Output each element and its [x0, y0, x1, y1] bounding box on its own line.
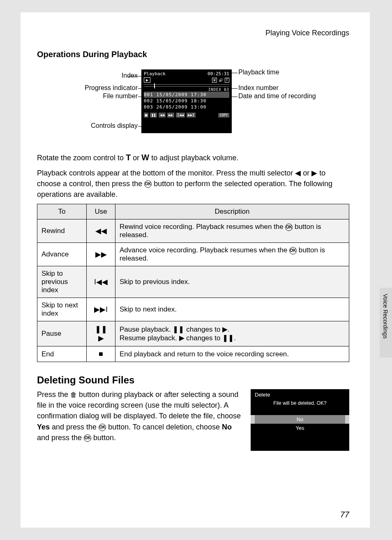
- callout-playback-time: Playback time: [238, 69, 279, 76]
- page-number: 77: [340, 510, 349, 519]
- ok-icon: OK: [84, 434, 91, 442]
- prev-index-icon: I◀◀: [176, 113, 185, 118]
- file-row: 001 15/05/2009 17:30: [144, 92, 229, 98]
- play-icon: ▶: [144, 77, 150, 83]
- file-list: 001 15/05/2009 17:30 002 15/05/2009 18:3…: [144, 92, 229, 110]
- ok-icon: OK: [289, 247, 297, 254]
- callout-controls: Controls display: [37, 122, 138, 129]
- rewind-icon: ◀◀: [159, 113, 166, 118]
- lcd-mode: Playback: [144, 71, 166, 76]
- operations-table: To Use Description Rewind ◀◀ Rewind voic…: [37, 204, 349, 362]
- next-index-icon: ▶▶I: [187, 113, 196, 118]
- advance-icon: ▶▶: [87, 243, 115, 266]
- controls-instruction: Playback controls appear at the bottom o…: [37, 168, 349, 200]
- ok-icon: OK: [99, 424, 106, 431]
- delete-instruction: Press the 🗑 button during playback or af…: [37, 389, 242, 451]
- stop-icon: ■: [144, 113, 148, 118]
- pause-icon: ❚❚: [150, 113, 157, 118]
- dialog-message: File will be deleted. OK?: [251, 400, 349, 406]
- copy-label: COPY: [218, 113, 229, 118]
- table-row: Pause ❚❚ ▶ Pause playback. ❚❚ changes to…: [37, 321, 349, 346]
- table-row: Skip to previous index I◀◀ Skip to previ…: [37, 266, 349, 298]
- manual-page: Playing Voice Recordings Operations Duri…: [21, 12, 370, 528]
- lcd-time: 00:25:31: [208, 71, 229, 76]
- section-title-deleting: Deleting Sound Files: [37, 374, 349, 386]
- callout-date-time: Date and time of recording: [238, 92, 316, 100]
- col-desc: Description: [115, 204, 349, 219]
- table-row: Rewind ◀◀ Rewind voice recording. Playba…: [37, 219, 349, 243]
- w-icon: W: [212, 78, 217, 83]
- dialog-title: Delete: [251, 392, 349, 398]
- callout-file-number: File number: [37, 92, 138, 100]
- ok-icon: OK: [285, 224, 293, 231]
- running-header: Playing Voice Recordings: [37, 29, 349, 37]
- dialog-option-no: No: [251, 415, 349, 424]
- rewind-icon: ◀◀: [87, 219, 115, 243]
- t-icon: T: [225, 78, 229, 83]
- section-tab: Voice Recordings: [380, 288, 392, 358]
- trash-icon: 🗑: [70, 390, 77, 399]
- section-title-playback: Operations During Playback: [37, 50, 349, 59]
- table-row: End ■ End playback and return to the voi…: [37, 346, 349, 362]
- delete-dialog: Delete File will be deleted. OK? No Yes: [251, 389, 349, 451]
- callout-progress: Progress indicator: [37, 84, 138, 92]
- advance-icon: ▶▶: [167, 113, 174, 118]
- table-row: Skip to next index ▶▶I Skip to next inde…: [37, 298, 349, 321]
- callout-index: Index: [37, 72, 138, 79]
- col-use: Use: [87, 204, 115, 219]
- ok-icon: OK: [144, 180, 152, 188]
- prev-index-icon: I◀◀: [87, 266, 115, 298]
- stop-icon: ■: [87, 346, 115, 362]
- volume-instruction: Rotate the zoom control to T or W to adj…: [37, 152, 349, 164]
- playback-diagram: Index Progress indicator File number Con…: [37, 69, 349, 143]
- lcd-screen: Playback 00:25:31 ▶ W 🔊 T INDEX 03 001 1…: [141, 69, 232, 133]
- file-row: 002 15/05/2009 18:30: [144, 98, 229, 104]
- next-index-icon: ▶▶I: [87, 298, 115, 321]
- table-row: Advance ▶▶ Advance voice recording. Play…: [37, 243, 349, 266]
- progress-bar: [144, 84, 229, 87]
- controls-bar: ■ ❚❚ ◀◀ ▶▶ I◀◀ ▶▶I COPY: [144, 113, 229, 118]
- dialog-option-yes: Yes: [251, 424, 349, 432]
- file-row: 003 26/05/2009 13:00: [144, 104, 229, 110]
- col-to: To: [37, 204, 87, 219]
- section-tab-label: Voice Recordings: [382, 294, 389, 339]
- pause-play-icon: ❚❚ ▶: [87, 321, 115, 346]
- lcd-index: INDEX 03: [144, 88, 229, 92]
- callout-index-number: Index number: [238, 84, 279, 92]
